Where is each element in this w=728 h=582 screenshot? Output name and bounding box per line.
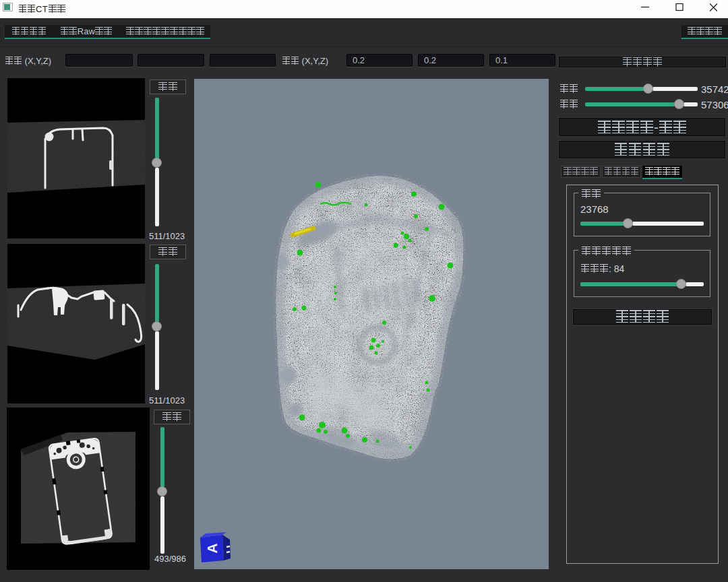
svg-text:A: A [204,543,220,553]
